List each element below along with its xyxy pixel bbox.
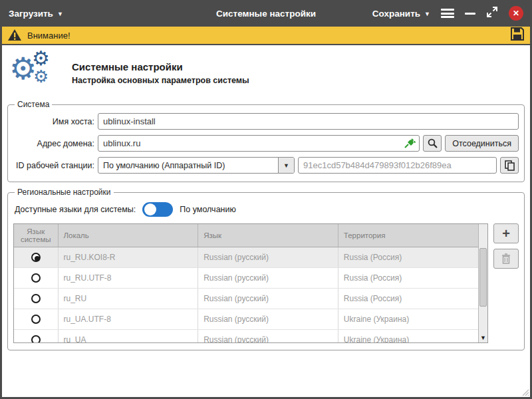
warning-text: Внимание! bbox=[27, 31, 70, 41]
station-id-label: ID рабочей станции: bbox=[13, 161, 94, 170]
maximize-button[interactable] bbox=[486, 6, 498, 21]
locale-table-body: ru_RU.KOI8-R Russian (русский) Russia (Р… bbox=[14, 247, 478, 343]
toggle-state-label: По умолчанию bbox=[180, 205, 236, 214]
cell-locale: ru_RU bbox=[58, 288, 198, 309]
resize-grip[interactable] bbox=[520, 387, 529, 396]
warning-triangle-icon bbox=[7, 29, 22, 42]
column-header: Язык системы bbox=[14, 224, 58, 247]
content-area: ⚙ ⚙ ⚙ Системные настройки Настройка осно… bbox=[2, 45, 530, 397]
column-header: Территория bbox=[338, 224, 478, 247]
column-header: Язык bbox=[198, 224, 338, 247]
cell-language: Russian (русский) bbox=[198, 247, 338, 267]
table-row[interactable]: ru_RU Russian (русский) Russia (Россия) bbox=[14, 288, 478, 309]
system-legend: Система bbox=[15, 100, 52, 109]
station-id-select-value: По умолчанию (Аппаратный ID) bbox=[98, 161, 278, 170]
scrollbar-thumb[interactable] bbox=[479, 248, 487, 307]
disconnect-button[interactable]: Отсоединиться bbox=[445, 135, 519, 152]
warning-bar: Внимание! bbox=[2, 27, 530, 45]
plus-icon: + bbox=[502, 227, 510, 240]
chevron-down-icon: ▼ bbox=[424, 11, 430, 17]
save-menu-label: Сохранить bbox=[372, 9, 420, 19]
search-icon bbox=[428, 138, 438, 148]
domain-label: Адрес домена: bbox=[13, 139, 94, 148]
station-id-value-field[interactable] bbox=[298, 157, 497, 174]
domain-input[interactable] bbox=[98, 135, 420, 152]
chevron-down-icon: ▼ bbox=[278, 158, 294, 173]
close-button[interactable]: ✕ bbox=[509, 6, 523, 21]
cell-territory: Ukraine (Украина) bbox=[338, 329, 478, 343]
regional-legend: Региональные настройки bbox=[15, 188, 114, 197]
locale-radio[interactable] bbox=[31, 294, 41, 303]
table-scrollbar[interactable]: ▼ bbox=[478, 224, 487, 342]
languages-toggle[interactable] bbox=[142, 202, 173, 217]
station-id-select[interactable]: По умолчанию (Аппаратный ID) ▼ bbox=[98, 157, 295, 174]
regional-fieldset: Региональные настройки Доступные языки д… bbox=[7, 188, 525, 350]
table-row[interactable]: ru_UA.UTF-8 Russian (русский) Ukraine (У… bbox=[14, 309, 478, 329]
cell-language: Russian (русский) bbox=[198, 329, 338, 343]
cell-locale: ru_UA.UTF-8 bbox=[58, 309, 198, 329]
connection-plug-icon bbox=[404, 138, 416, 152]
table-row[interactable]: ru_RU.UTF-8 Russian (русский) Russia (Ро… bbox=[14, 267, 478, 288]
menu-icon[interactable] bbox=[441, 9, 454, 18]
system-settings-window: Загрузить ▼ Системные настройки Сохранит… bbox=[0, 0, 532, 399]
locale-table: Язык системыЛокальЯзыкТерритория ru_RU.K… bbox=[13, 223, 488, 343]
locale-radio[interactable] bbox=[31, 335, 41, 343]
cell-language: Russian (русский) bbox=[198, 267, 338, 288]
app-header: ⚙ ⚙ ⚙ Системные настройки Настройка осно… bbox=[5, 49, 527, 100]
copy-id-button[interactable] bbox=[500, 157, 519, 174]
hostname-input[interactable] bbox=[98, 113, 519, 130]
cell-locale: ru_RU.KOI8-R bbox=[58, 247, 198, 267]
system-fieldset: Система Имя хоста: Адрес домена: bbox=[7, 100, 525, 182]
expand-arrows-icon bbox=[486, 6, 498, 18]
chevron-down-icon: ▼ bbox=[57, 11, 63, 17]
locale-radio[interactable] bbox=[31, 253, 41, 262]
floppy-save-icon bbox=[510, 27, 525, 41]
save-settings-button[interactable] bbox=[510, 27, 525, 44]
locale-radio[interactable] bbox=[31, 315, 41, 324]
table-header-row: Язык системыЛокальЯзыкТерритория bbox=[14, 224, 478, 247]
close-icon: ✕ bbox=[513, 9, 519, 18]
titlebar: Загрузить ▼ Системные настройки Сохранит… bbox=[2, 0, 530, 27]
cell-locale: ru_RU.UTF-8 bbox=[58, 267, 198, 288]
delete-locale-button[interactable] bbox=[493, 249, 519, 269]
copy-icon bbox=[505, 160, 515, 171]
column-header: Локаль bbox=[58, 224, 198, 247]
minimize-button[interactable] bbox=[465, 13, 475, 15]
scroll-down-arrow[interactable]: ▼ bbox=[479, 334, 487, 341]
page-subtitle: Настройка основных параметров системы bbox=[72, 76, 249, 85]
load-menu-button[interactable]: Загрузить ▼ bbox=[9, 9, 63, 19]
locale-radio[interactable] bbox=[31, 273, 41, 283]
languages-label: Доступные языки для системы: bbox=[15, 205, 136, 214]
trash-icon bbox=[501, 253, 511, 264]
table-row[interactable]: ru_UA Russian (русский) Ukraine (Украина… bbox=[14, 329, 478, 343]
save-menu-button[interactable]: Сохранить ▼ bbox=[372, 9, 430, 19]
page-title: Системные настройки bbox=[72, 61, 249, 72]
hostname-label: Имя хоста: bbox=[13, 117, 94, 126]
gears-icon: ⚙ ⚙ ⚙ bbox=[12, 55, 60, 92]
cell-locale: ru_UA bbox=[58, 329, 198, 343]
table-row[interactable]: ru_RU.KOI8-R Russian (русский) Russia (Р… bbox=[14, 247, 478, 267]
cell-language: Russian (русский) bbox=[198, 309, 338, 329]
cell-territory: Russia (Россия) bbox=[338, 288, 478, 309]
cell-territory: Russia (Россия) bbox=[338, 267, 478, 288]
cell-territory: Ukraine (Украина) bbox=[338, 309, 478, 329]
toggle-knob bbox=[144, 203, 156, 215]
cell-language: Russian (русский) bbox=[198, 288, 338, 309]
add-locale-button[interactable]: + bbox=[493, 223, 519, 243]
load-menu-label: Загрузить bbox=[9, 9, 53, 19]
cell-territory: Russia (Россия) bbox=[338, 247, 478, 267]
search-domain-button[interactable] bbox=[423, 135, 442, 152]
